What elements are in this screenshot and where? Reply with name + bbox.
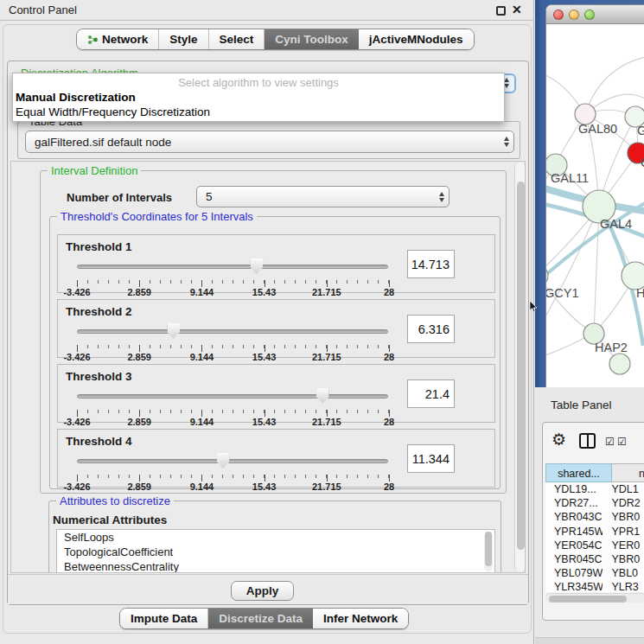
top-tab-bar: Network Style Select Cyni Toolbox jActiv… [76,29,475,50]
threshold-2-value-field[interactable] [407,315,455,343]
slider-thumb[interactable] [250,258,263,274]
slider-track[interactable] [77,459,388,463]
tab-network[interactable]: Network [77,29,159,49]
network-window-titlebar[interactable] [546,5,644,24]
table-row[interactable]: YLR345WYLR3 [545,580,644,592]
slider-track[interactable] [77,394,388,399]
threshold-1-label: Threshold 1 [66,240,132,253]
gear-icon[interactable]: ⚙ [552,430,566,450]
table-data-combobox[interactable]: galFiltered.sif default node [25,131,514,153]
combo-stepper-icon [500,137,513,147]
scrollbar-thumb[interactable] [485,532,492,566]
vertical-scrollbar[interactable] [514,163,525,572]
mac-minimize-button[interactable] [569,10,579,20]
slider-scale-labels: -3.4262.8599.14415.4321.71528 [77,481,389,492]
main-app-area: GAL80 G C GAL11 GAL4 GCY1 H HAP2 Table P… [535,0,644,644]
label-partial-low: H [636,286,644,300]
table-row[interactable]: YPR145WYPR1 [545,525,644,539]
threshold-3-box: Threshold 3 -3.4262.8599.14415.4321.7152… [57,364,495,423]
algorithm-dropdown-popup: Select algorithm to view settings Manual… [12,73,505,122]
table-header-row: shared... na [545,463,644,482]
settings-scroll-area: Interval Definition Number of Intervals … [10,161,526,573]
table-row[interactable]: YDR27...YDR2 [545,496,644,510]
scrollbar-thumb[interactable] [517,182,525,550]
list-scrollbar[interactable] [484,532,493,571]
control-panel: Control Panel ✕ Network Style Select Cyn… [0,0,534,644]
panel-title: Control Panel [9,3,77,16]
node-gcy1[interactable] [546,265,548,287]
scrollbar-thumb[interactable] [549,596,627,603]
table-row[interactable]: YBL079WYBL0 [545,566,644,580]
node-partial-bottom[interactable] [609,354,630,374]
table-panel-area: Table Panel ⚙ ☑ ☑ shared... na YDL19...Y… [535,387,644,644]
network-canvas[interactable]: GAL80 G C GAL11 GAL4 GCY1 H HAP2 [546,24,644,387]
tab-cyni-toolbox[interactable]: Cyni Toolbox [265,29,359,49]
numerical-attributes-label: Numerical Attributes [53,513,167,526]
tab-discretize-data[interactable]: Discretize Data [208,609,313,628]
slider-scale-labels: -3.4262.8599.14415.4321.71528 [77,352,389,362]
threshold-1-slider[interactable] [77,261,388,278]
desktop-background: GAL80 G C GAL11 GAL4 GCY1 H HAP2 [535,0,644,387]
tab-impute-data[interactable]: Impute Data [120,609,208,628]
horizontal-scrollbar[interactable] [545,593,644,603]
apply-row: Apply [8,574,528,604]
list-item[interactable]: SelfLoops [57,530,494,545]
threshold-3-label: Threshold 3 [66,370,132,383]
threshold-4-value-field[interactable] [407,444,455,473]
tab-style[interactable]: Style [159,29,208,49]
network-icon [87,35,99,45]
float-window-icon[interactable] [496,6,506,16]
slider-thumb[interactable] [217,453,230,469]
slider-thumb[interactable] [167,323,180,339]
mouse-cursor [529,301,538,316]
threshold-4-box: Threshold 4 -3.4262.8599.14415.4321.7152… [57,429,495,488]
mac-zoom-button[interactable] [584,10,595,20]
slider-track[interactable] [77,265,388,269]
threshold-3-value-field[interactable] [407,379,455,408]
table-panel-title: Table Panel [551,399,612,411]
slider-track[interactable] [77,329,388,334]
number-of-intervals-combobox[interactable]: 5 [196,186,450,207]
table-panel: ⚙ ☑ ☑ shared... na YDL19...YDL1 YDR27...… [542,422,644,621]
list-item[interactable]: TopologicalCoefficient [57,545,494,559]
slider-scale-labels: -3.4262.8599.14415.4321.71528 [77,417,389,427]
table-row[interactable]: YER054CYER0 [545,539,644,552]
table-row[interactable]: YBR043CYBR0 [545,510,644,524]
number-of-intervals-label: Number of Intervals [67,191,172,204]
algorithm-hint: Select algorithm to view settings [13,76,504,89]
threshold-1-value-field[interactable] [407,250,455,278]
close-icon[interactable]: ✕ [512,3,522,16]
list-item[interactable]: BetweennessCentrality [57,559,494,573]
threshold-2-slider[interactable] [77,326,388,343]
slider-thumb[interactable] [316,388,329,404]
threshold-2-label: Threshold 2 [66,305,132,318]
threshold-4-label: Threshold 4 [66,435,132,448]
thresholds-group-title: Threshold's Coordinates for 5 Intervals [57,210,257,223]
tab-infer-network[interactable]: Infer Network [313,609,408,628]
threshold-2-box: Threshold 2 -3.4262.8599.14415.4321.7152… [57,299,495,358]
attributes-group-title: Attributes to discretize [56,494,174,507]
popup-item-manual-discretization[interactable]: Manual Discretization [16,91,136,104]
combo-stepper-icon [435,192,449,202]
split-columns-icon[interactable] [579,433,596,449]
checkbox-icon[interactable]: ☑ [617,436,627,448]
label-gal11: GAL11 [551,171,589,185]
number-of-intervals-value: 5 [197,190,435,203]
apply-button[interactable]: Apply [231,581,294,601]
threshold-1-box: Threshold 1 -3.4262.8599.14415.4321.7152… [57,234,495,293]
status-strip [535,637,644,644]
table-data-group: Table Data galFiltered.sif default node [17,121,520,159]
popup-item-equal-width-frequency[interactable]: Equal Width/Frequency Discretization [16,105,210,118]
column-header-shared[interactable]: shared... [545,463,612,482]
threshold-4-slider[interactable] [77,456,388,473]
tab-jactivemnodules[interactable]: jActiveMNodules [359,29,474,49]
mac-close-button[interactable] [553,10,564,20]
table-row[interactable]: YBR045CYBR0 [545,552,644,566]
table-row[interactable]: YDL19...YDL1 [545,482,644,496]
checkbox-icon[interactable]: ☑ [605,436,615,448]
column-header-name[interactable]: na [612,463,644,482]
interval-definition-title: Interval Definition [48,164,141,177]
threshold-3-slider[interactable] [77,391,388,408]
tab-select[interactable]: Select [209,29,265,49]
thresholds-group: Threshold's Coordinates for 5 Intervals … [49,216,501,489]
